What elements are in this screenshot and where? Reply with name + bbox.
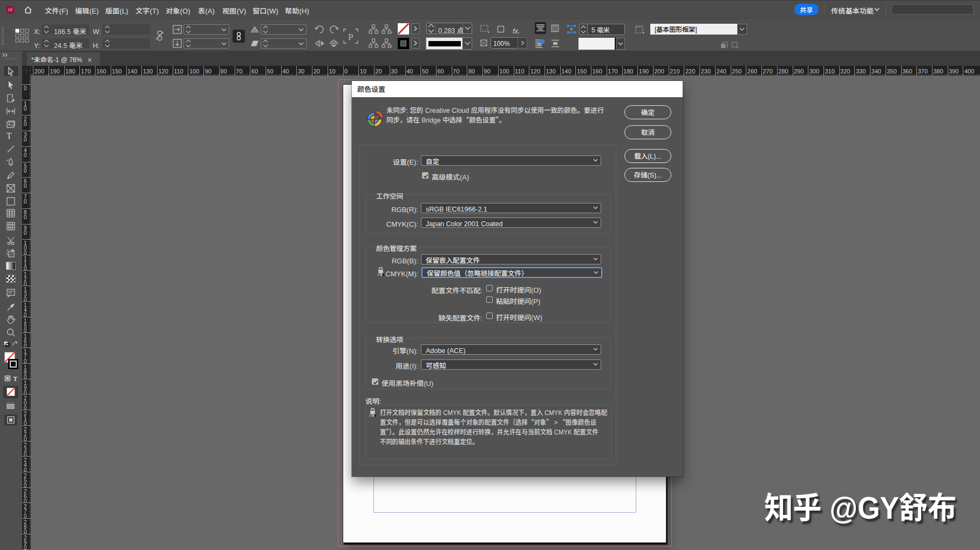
svg-text:P: P (348, 32, 353, 42)
